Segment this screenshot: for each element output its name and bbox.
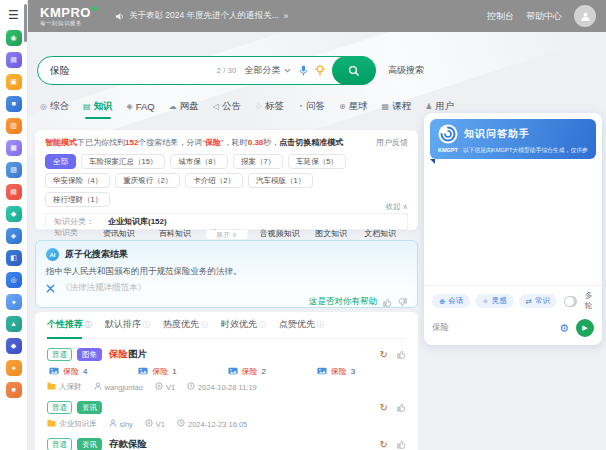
chat-app-icon[interactable]: ◉ xyxy=(6,30,22,46)
tab-用户[interactable]: ♟用户 xyxy=(425,100,454,119)
tab-FAQ[interactable]: ◈FAQ xyxy=(127,100,155,119)
announcement-more[interactable]: » xyxy=(284,11,289,21)
filter-chip[interactable]: 车延保（5） xyxy=(288,154,346,169)
tab-公告[interactable]: ◁公告 xyxy=(213,100,241,119)
meta-author[interactable]: slhy xyxy=(109,419,133,429)
sort-tab-默认排序[interactable]: 默认排序ⓘ xyxy=(105,318,150,333)
menu-toggle-icon[interactable]: ☰ xyxy=(6,8,22,22)
notes-app-icon[interactable]: ▤ xyxy=(6,184,22,200)
thumbs-down-icon[interactable] xyxy=(398,298,407,307)
sort-tab-label: 默认排序 xyxy=(105,318,141,331)
collapse-filters-button[interactable]: 收起 ∧ xyxy=(385,202,408,212)
meta-folder[interactable]: 企业知识库 xyxy=(47,419,97,429)
filter-chip[interactable]: 全部 xyxy=(45,154,76,169)
help-center-link[interactable]: 帮助中心 xyxy=(526,10,562,23)
refresh-icon[interactable]: ↻ xyxy=(380,440,388,450)
tab-课程[interactable]: ▦课程 xyxy=(382,100,412,119)
filter-chip[interactable]: 重庆银行（2） xyxy=(115,173,180,188)
assistant-action-灵感[interactable]: ✧灵感 xyxy=(475,294,513,308)
assistant-settings-icon[interactable]: ⚙ xyxy=(559,323,569,334)
info-icon: ⓘ xyxy=(317,320,324,330)
thumbs-up-icon[interactable] xyxy=(397,350,406,359)
result-item[interactable]: 普通图集保险图片↻保险4保险1保险2保险3人保财wangjuntaoV12024… xyxy=(47,348,406,392)
mountain-app-icon[interactable]: ▲ xyxy=(6,316,22,332)
pie-app-icon[interactable]: ● xyxy=(6,360,22,376)
console-link[interactable]: 控制台 xyxy=(487,10,514,23)
smart-mode-bar: 智能模式 下已为你找到 152 个搜索结果，分词“ 保险 ”，耗时 0.38 秒… xyxy=(45,137,408,148)
assistant-action-常识[interactable]: ⇄常识 xyxy=(519,294,557,308)
filter-chip[interactable]: 城市保（8） xyxy=(170,154,228,169)
book-app-icon[interactable]: ▤ xyxy=(6,52,22,68)
search-bar[interactable]: 保险 2 / 30 全部分类 xyxy=(37,56,375,85)
sort-tab-热度优先[interactable]: 热度优先ⓘ xyxy=(163,318,208,333)
user-avatar[interactable] xyxy=(574,5,596,27)
thumbs-up-icon[interactable] xyxy=(397,403,406,412)
document-app-icon[interactable]: ▥ xyxy=(6,118,22,134)
sidebar-scrollbar[interactable] xyxy=(24,4,27,42)
tab-label: 用户 xyxy=(435,100,454,113)
multi-turn-toggle[interactable] xyxy=(564,296,577,307)
gear-app-icon[interactable]: ◎ xyxy=(6,272,22,288)
expand-filters-button[interactable]: 展开 ∨ xyxy=(205,230,248,240)
image-link[interactable]: 保险2 xyxy=(228,366,317,377)
filter-chip[interactable]: 车险报案汇总（15） xyxy=(81,154,165,169)
box-app-icon[interactable]: ◧ xyxy=(6,250,22,266)
image-link[interactable]: 保险3 xyxy=(317,366,406,377)
user-feedback-link[interactable]: 用户反馈 xyxy=(376,137,408,148)
kmpro-logo[interactable]: KMPRO 每一刻知识服务 xyxy=(40,6,97,27)
smart-tips-icon[interactable] xyxy=(315,65,325,76)
tab-问答[interactable]: ◔问答 xyxy=(298,100,325,119)
search-input[interactable]: 保险 xyxy=(50,64,216,78)
plus-icon: ⊕ xyxy=(439,297,445,306)
badge-app-icon[interactable]: ◈ xyxy=(6,228,22,244)
announcement-bar[interactable]: 关于表彰 2024 年度先进个人的通报关... » xyxy=(115,10,288,22)
meta-version: V1 xyxy=(145,419,165,429)
refresh-icon[interactable]: ↻ xyxy=(380,403,388,413)
tab-网盘[interactable]: ☁网盘 xyxy=(169,100,199,119)
result-meta: 企业知识库slhyV12024-12-23 16:05 xyxy=(47,419,406,429)
category-dropdown[interactable]: 全部分类 xyxy=(245,64,291,77)
ai-source-link[interactable]: 《法律法规详细范本》 xyxy=(46,282,407,294)
result-item[interactable]: 普通资讯存款保险↻◎存款保险的主要目的是为了加强对金融机构的市场检查，促使银行审… xyxy=(47,438,406,450)
thumbs-up-icon[interactable] xyxy=(397,440,406,449)
filter-chip[interactable]: 桂行理财（1） xyxy=(45,192,110,207)
photo-app-icon[interactable]: ▨ xyxy=(6,162,22,178)
filter-chip[interactable]: 华安保险（4） xyxy=(45,173,110,188)
image-link[interactable]: 保险4 xyxy=(49,366,138,377)
shield-app-icon[interactable]: ■ xyxy=(6,382,22,398)
meta-author[interactable]: wangjuntao xyxy=(94,382,143,392)
tab-知识[interactable]: ▤知识 xyxy=(83,100,113,119)
sort-tab-点赞优先[interactable]: 点赞优先ⓘ xyxy=(279,318,324,333)
briefcase-app-icon[interactable]: ■ xyxy=(6,96,22,112)
send-button[interactable]: ▶ xyxy=(576,319,594,337)
message-app-icon[interactable]: ● xyxy=(6,294,22,310)
result-title[interactable]: 保险图片 xyxy=(109,348,147,361)
filter-chip[interactable]: 报案（7） xyxy=(233,154,283,169)
filter-chip[interactable]: 卡介绍（2） xyxy=(185,173,243,188)
assistant-input[interactable]: 保险 xyxy=(432,322,559,334)
assistant-action-会话[interactable]: ⊕会话 xyxy=(432,294,470,308)
tab-星球[interactable]: ⊕星球 xyxy=(339,100,368,119)
image-link[interactable]: 保险1 xyxy=(138,366,227,377)
advanced-search-link[interactable]: 高级搜索 xyxy=(388,64,424,77)
sort-tab-个性推荐[interactable]: 个性推荐ⓘ xyxy=(47,318,92,333)
ribbon-app-icon[interactable]: ◆ xyxy=(6,338,22,354)
filter-chip[interactable]: 汽车模版（1） xyxy=(248,173,313,188)
filter-value[interactable]: 企业知识库(152) xyxy=(108,216,167,227)
building-app-icon[interactable]: ▦ xyxy=(6,140,22,156)
sort-tab-时效优先[interactable]: 时效优先ⓘ xyxy=(221,318,266,333)
folder-app-icon[interactable]: ▣ xyxy=(6,74,22,90)
filter-row-values: 企业知识库(152) xyxy=(108,216,167,227)
voice-search-icon[interactable] xyxy=(299,65,308,76)
map-app-icon[interactable]: ◆ xyxy=(6,206,22,222)
search-button[interactable] xyxy=(332,56,376,85)
result-title[interactable]: 存款保险 xyxy=(109,438,147,450)
result-item[interactable]: 普通资讯↻企业知识库slhyV12024-12-23 16:05 xyxy=(47,401,406,429)
precise-mode-switch[interactable]: 点击切换精准模式 xyxy=(279,137,343,148)
tab-标签[interactable]: ♢标签 xyxy=(255,100,284,119)
meta-folder[interactable]: 人保财 xyxy=(47,382,82,392)
tab-综合[interactable]: ◎综合 xyxy=(40,100,69,119)
refresh-icon[interactable]: ↻ xyxy=(380,350,388,360)
smart-mode-label[interactable]: 智能模式 xyxy=(45,137,77,148)
thumbs-up-icon[interactable] xyxy=(383,298,392,307)
